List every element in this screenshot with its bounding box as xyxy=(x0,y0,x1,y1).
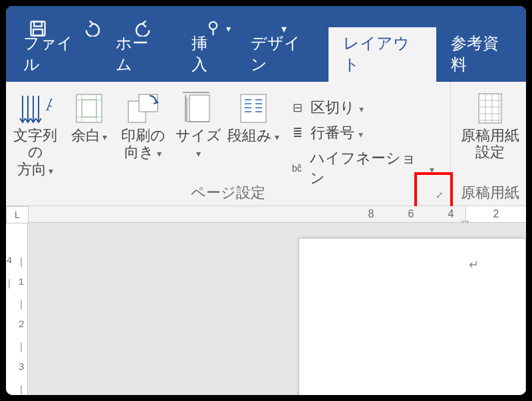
page[interactable]: ↵ xyxy=(299,238,526,395)
text-direction-button[interactable]: A 文字列の方向 xyxy=(9,91,62,188)
size-icon xyxy=(181,91,215,126)
svg-rect-29 xyxy=(479,94,501,123)
horizontal-ruler[interactable]: 8 6 4 2 2 ▽ xyxy=(29,206,526,223)
redo-icon[interactable] xyxy=(131,15,158,42)
genkou-icon xyxy=(473,91,507,126)
svg-text:A: A xyxy=(45,94,52,114)
hyphenation-icon: bĉ xyxy=(288,162,306,175)
genkou-settings-button[interactable]: 原稿用紙設定 xyxy=(454,91,526,161)
svg-rect-20 xyxy=(241,94,266,122)
group-page-setup: A 文字列の方向 余白 xyxy=(6,82,451,205)
columns-icon xyxy=(236,91,271,126)
hyphenation-button[interactable]: bĉ ハイフネーション xyxy=(288,148,434,188)
svg-rect-2 xyxy=(33,29,43,35)
size-button[interactable]: サイズ xyxy=(174,91,223,188)
text-direction-icon: A xyxy=(18,91,53,126)
touch-mode-icon[interactable]: ▾ xyxy=(204,15,231,42)
svg-rect-1 xyxy=(34,22,42,27)
ribbon: A 文字列の方向 余白 xyxy=(6,82,526,206)
svg-rect-17 xyxy=(190,95,209,122)
page-setup-dialog-launcher[interactable]: ⤢ xyxy=(433,188,446,201)
qat-customize-icon[interactable]: ▾ xyxy=(271,15,297,42)
tab-references[interactable]: 参考資料 xyxy=(436,27,526,82)
orientation-icon xyxy=(126,91,160,126)
save-icon[interactable] xyxy=(25,15,51,42)
line-numbers-button[interactable]: ≣ 行番号 xyxy=(288,123,434,143)
group-label-genkou: 原稿用紙 xyxy=(451,183,526,203)
margins-button[interactable]: 余白 xyxy=(66,91,112,188)
document-area: ｜１｜２｜３｜４｜ ↵ xyxy=(6,223,526,395)
undo-icon[interactable] xyxy=(78,15,104,42)
orientation-button[interactable]: 印刷の向き xyxy=(116,91,170,188)
paragraph-mark-icon: ↵ xyxy=(469,257,479,272)
line-numbers-icon: ≣ xyxy=(288,126,307,140)
ruler-corner-row: L 8 6 4 2 2 ▽ xyxy=(6,206,526,223)
ribbon-tabs: ファイル ホーム 挿入 デザイン レイアウト 参考資料 xyxy=(6,51,526,82)
margins-icon xyxy=(72,91,106,126)
breaks-button[interactable]: ⊟ 区切り xyxy=(288,98,434,118)
ruler-corner: L xyxy=(6,206,29,223)
columns-button[interactable]: 段組み xyxy=(227,91,280,188)
group-genkou: 原稿用紙設定 原稿用紙 xyxy=(451,82,526,205)
vertical-ruler[interactable]: ｜１｜２｜３｜４｜ xyxy=(6,223,28,395)
tab-layout[interactable]: レイアウト xyxy=(329,27,436,82)
group-label-page-setup: ページ設定 xyxy=(6,183,450,203)
svg-point-3 xyxy=(209,22,217,29)
document-canvas[interactable]: ↵ xyxy=(28,223,526,395)
svg-rect-9 xyxy=(76,94,102,122)
breaks-icon: ⊟ xyxy=(288,101,307,114)
